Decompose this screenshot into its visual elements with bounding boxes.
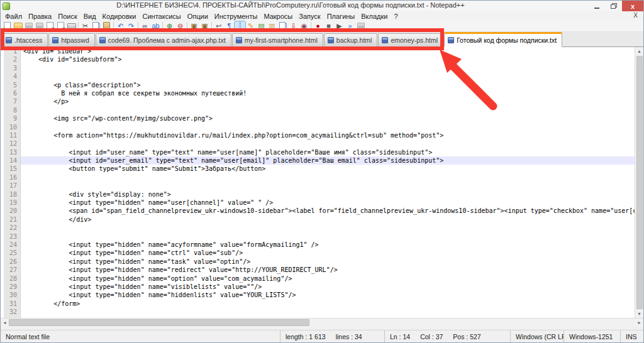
code-area[interactable]: 1 <div id="sidebar"> 2 <div id="sidesubf… <box>1 47 635 318</box>
line-number: 4 <box>4 72 21 80</box>
document-map-icon[interactable]: ▤ <box>256 21 267 31</box>
code-line-text: <span id="span_field_channelpreview_ukr-… <box>21 207 635 215</box>
code-line: 7 </p> <box>1 97 635 106</box>
macro-run-multiple-icon[interactable]: » <box>345 21 355 31</box>
close-document-button[interactable]: X <box>629 12 642 19</box>
save-icon[interactable] <box>23 21 34 31</box>
find-icon[interactable]: ∞ <box>140 21 150 31</box>
macro-stop-icon[interactable]: ■ <box>323 21 334 31</box>
cut-icon[interactable]: ✂ <box>80 21 91 31</box>
restore-button[interactable] <box>605 1 622 11</box>
code-line: 15 <button type="submit" name="Submit">З… <box>1 165 635 173</box>
sync-vertical-scroll-icon[interactable]: ▣ <box>189 21 199 31</box>
close-all-icon[interactable] <box>55 21 66 31</box>
line-number: 19 <box>4 199 21 207</box>
sync-horizontal-scroll-icon[interactable]: ▣ <box>199 21 210 31</box>
text-editor[interactable]: 1 <div id="sidebar"> 2 <div id="sidesubf… <box>1 47 643 318</box>
open-file-icon[interactable] <box>13 21 23 31</box>
zoom-in-icon[interactable]: ⊕ <box>164 21 175 31</box>
scroll-left-icon[interactable]: ◂ <box>1 320 9 325</box>
word-wrap-icon[interactable]: ↩ <box>213 21 224 31</box>
code-line-text <box>21 139 635 148</box>
tab-htaccess[interactable]: .htaccess <box>2 33 48 46</box>
code-line: 8 <box>1 106 635 114</box>
tab-emoney-ps[interactable]: emoney-ps.html <box>378 33 443 46</box>
menu-file[interactable]: Файл <box>2 13 25 20</box>
code-line-text: <div id="sidesubform"> <box>21 55 635 63</box>
menu-view[interactable]: Вид <box>80 13 99 20</box>
status-bar: Normal text file length : 1 613 lines : … <box>1 330 643 342</box>
export-icon[interactable]: ⇩ <box>288 21 299 31</box>
redo-icon[interactable]: ↷ <box>126 21 136 31</box>
function-list-icon[interactable]: ▥ <box>267 21 277 31</box>
line-number: 15 <box>4 165 21 173</box>
show-all-characters-icon[interactable]: ¶ <box>224 21 235 31</box>
menu-tabs[interactable]: Вкладки <box>358 13 391 20</box>
saved-file-icon <box>382 37 388 43</box>
scroll-down-icon[interactable]: ▾ <box>635 310 643 318</box>
tab-htpasswd[interactable]: htpasswd <box>48 33 94 46</box>
save-all-icon[interactable] <box>34 21 45 31</box>
code-line-text: <form action="https://mukhutdinovildar.r… <box>21 131 635 139</box>
tab-code69[interactable]: code69. Проблема с admin-ajax.php.txt <box>96 33 231 46</box>
code-line: 31 </form> <box>1 300 635 308</box>
minimize-icon <box>594 8 599 9</box>
code-line: 3 <box>1 64 635 72</box>
menu-encoding[interactable]: Кодировки <box>99 13 140 20</box>
doc-switcher-icon[interactable] <box>277 21 288 31</box>
minimize-button[interactable] <box>588 1 605 11</box>
vertical-scroll-thumb[interactable] <box>636 56 643 309</box>
print-icon[interactable] <box>66 21 77 31</box>
status-eol-format[interactable]: Windows (CR LF) <box>510 330 564 342</box>
horizontal-scroll-track[interactable] <box>9 318 635 327</box>
menu-settings[interactable]: Опции <box>184 13 211 20</box>
macro-play-icon[interactable]: ▶ <box>334 21 345 31</box>
close-button[interactable]: x <box>622 1 643 11</box>
zoom-out-icon[interactable]: ⊖ <box>175 21 186 31</box>
menu-edit[interactable]: Правка <box>25 13 55 20</box>
replace-icon[interactable]: ab <box>150 21 161 31</box>
user-defined-dialog-icon[interactable]: ✎ <box>245 21 256 31</box>
tab-my-first-smartphone[interactable]: my-first-smartphone.html <box>232 33 323 46</box>
line-number: 22 <box>4 224 21 232</box>
copy-icon[interactable] <box>91 21 101 31</box>
tab-backup[interactable]: backup.html <box>324 33 378 46</box>
status-encoding[interactable]: Windows-1251 <box>564 330 620 342</box>
line-number: 16 <box>4 173 21 182</box>
status-insert-mode[interactable]: INS <box>620 330 643 342</box>
code-line-text: </p> <box>21 97 635 106</box>
saved-file-icon <box>328 37 334 43</box>
horizontal-scrollbar[interactable]: ◂ ▸ <box>1 318 643 327</box>
line-number: 31 <box>4 300 21 308</box>
close-file-icon[interactable] <box>45 21 55 31</box>
menu-plugins[interactable]: Плагины <box>324 13 358 20</box>
menu-macro[interactable]: Макросы <box>260 13 296 20</box>
line-number: 14 <box>4 156 21 165</box>
status-caret-position: Ln : 14 Col : 37 Pos : 527 <box>384 330 510 342</box>
tab-active-file[interactable]: Готовый код формы подписки.txt <box>444 32 562 47</box>
menu-help[interactable]: ? <box>391 13 401 20</box>
code-line-text: <input id="user_name" type="text" name="… <box>21 148 635 156</box>
line-number: 32 <box>4 308 21 316</box>
tab-label: htpasswd <box>61 36 89 44</box>
code-line-text: <input type="hidden" name="acyformname" … <box>21 241 635 249</box>
macro-record-icon[interactable]: ● <box>313 21 323 31</box>
horizontal-scroll-thumb[interactable] <box>9 319 309 326</box>
vertical-scrollbar[interactable]: ▴ ▾ <box>635 47 643 318</box>
show-indent-guide-icon[interactable]: ┆ <box>235 21 245 31</box>
new-file-icon[interactable] <box>2 21 13 31</box>
menu-language[interactable]: Синтаксисы <box>140 13 184 20</box>
monitoring-icon[interactable]: ◉ <box>299 21 309 31</box>
code-line-text <box>21 64 635 72</box>
code-line-text: <div id="sidebar"> <box>21 47 635 55</box>
scroll-right-icon[interactable]: ▸ <box>635 320 643 325</box>
menu-search[interactable]: Поиск <box>55 13 80 20</box>
line-number: 25 <box>4 249 21 257</box>
paste-icon[interactable] <box>101 21 112 31</box>
undo-icon[interactable]: ↶ <box>115 21 126 31</box>
scroll-up-icon[interactable]: ▴ <box>635 47 643 55</box>
macro-save-icon[interactable] <box>355 21 366 31</box>
menu-tools[interactable]: Инструменты <box>211 13 261 20</box>
menu-run[interactable]: Запуск <box>296 13 323 20</box>
code-line-text: <img src="/wp-content/myimg/subcover.png… <box>21 114 635 122</box>
